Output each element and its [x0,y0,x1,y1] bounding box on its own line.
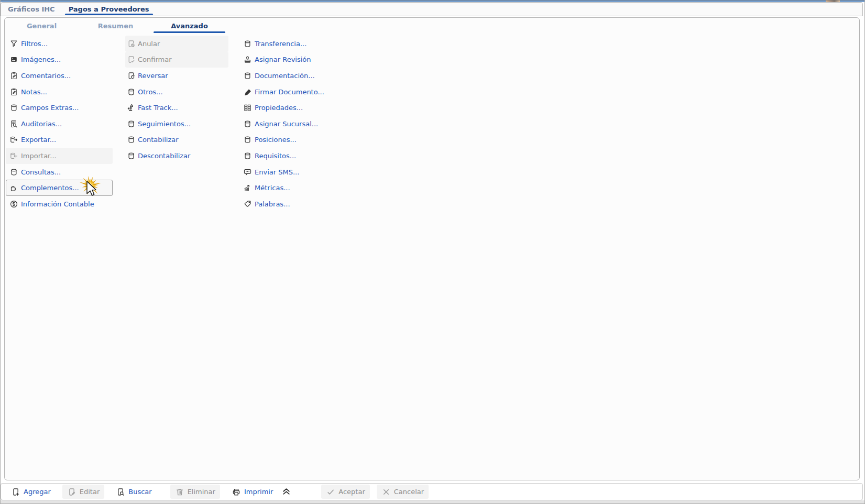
database-export-icon [9,135,18,144]
cancelar-button[interactable]: Cancelar [377,485,429,499]
menu-item-label: Auditorias... [21,120,62,128]
menu-item-notas[interactable]: Notas... [6,84,113,100]
editar-button[interactable]: Editar [62,485,105,499]
menu-item-asignar-revision[interactable]: Asignar Revisión [242,52,365,68]
inner-tab-avanzado[interactable]: Avanzado [152,19,226,33]
menu-item-otros[interactable]: Otros... [125,84,228,100]
chart-up-icon [243,183,252,192]
button-label: Imprimir [244,488,273,496]
eliminar-button[interactable]: Eliminar [170,485,220,499]
imprimir-button[interactable]: Imprimir [227,485,278,499]
menu-column-2: AnularConfirmarReversarOtros...Fast Trac… [125,36,242,212]
menu-item-contabilizar[interactable]: Contabilizar [125,132,228,148]
menu-item-transferencia[interactable]: Transferencia... [242,36,365,52]
clipboard-edit-icon [9,71,18,80]
wizard-icon [127,103,136,112]
menu-item-confirmar[interactable]: Confirmar [125,52,228,68]
stamp-icon [243,55,252,64]
bottom-toolbar: AgregarEditarBuscarEliminarImprimirAcept… [1,483,863,500]
inner-tab-bar: GeneralResumenAvanzado [5,18,859,33]
menu-item-label: Confirmar [138,56,172,63]
tab-graficos-ihc[interactable]: Gráficos IHC [1,3,62,16]
menu-item-label: Métricas... [255,184,290,192]
menu-item-label: Anular [138,40,160,48]
menu-item-firmar-documento[interactable]: Firmar Documento... [242,84,365,100]
menu-item-asignar-sucursal[interactable]: Asignar Sucursal... [242,116,365,132]
tab-pagos-a-proveedores[interactable]: Pagos a Proveedores [62,3,156,16]
menu-item-reversar[interactable]: Reversar [125,68,228,84]
database-import-icon [9,151,18,160]
menu-item-label: Campos Extras... [21,104,79,112]
menu-item-documentacion[interactable]: Documentación... [242,68,365,84]
menu-item-auditorias[interactable]: Auditorias... [6,116,113,132]
check-icon [326,487,335,497]
menu-item-importar[interactable]: Importar... [6,148,113,164]
active-tab-underline [65,14,153,15]
menu-item-label: Imágenes... [21,56,61,63]
database-icon [243,119,252,128]
bottom-edge-strip [0,500,865,504]
menu-item-label: Firmar Documento... [255,88,324,96]
aceptar-button[interactable]: Aceptar [321,485,369,499]
doc-edit-icon [67,487,76,497]
properties-grid-icon [243,103,252,112]
menu-item-metricas[interactable]: Métricas... [242,180,365,196]
doc-add-icon [11,487,20,497]
menu-item-label: Descontabilizar [138,152,190,160]
database-icon [9,168,18,177]
database-icon [9,103,18,112]
tab-label: Gráficos IHC [8,5,55,13]
button-label: Buscar [128,488,151,496]
menu-item-label: Comentarios... [21,72,71,80]
menu-column-1: Filtros...Imágenes...Comentarios...Notas… [6,36,125,212]
menu-item-requisitos[interactable]: Requisitos... [242,148,365,164]
main-panel: GeneralResumenAvanzado Filtros...Imágene… [4,17,860,480]
menu-item-label: Notas... [21,88,47,96]
menu-area: Filtros...Imágenes...Comentarios...Notas… [5,33,859,212]
x-icon [381,487,391,497]
menu-item-informacion-contable[interactable]: Información Contable [6,196,113,212]
menu-item-palabras[interactable]: Palabras... [242,196,365,212]
menu-item-label: Importar... [21,152,57,160]
menu-item-label: Otros... [138,88,163,96]
menu-item-filtros[interactable]: Filtros... [6,36,113,52]
menu-item-label: Documentación... [255,72,315,80]
menu-item-posiciones[interactable]: Posiciones... [242,132,365,148]
menu-item-complementos[interactable]: Complementos... [6,180,113,196]
menu-item-descontabilizar[interactable]: Descontabilizar [125,148,228,164]
tab-label: Resumen [98,22,133,30]
menu-item-label: Información Contable [21,200,94,208]
menu-item-propiedades[interactable]: Propiedades... [242,100,365,116]
menu-item-campos-extras[interactable]: Campos Extras... [6,100,113,116]
button-label: Editar [80,488,100,496]
top-accent-bar [0,0,865,2]
doc-refresh-icon [127,71,136,80]
menu-item-consultas[interactable]: Consultas... [6,164,113,180]
menu-item-comentarios[interactable]: Comentarios... [6,68,113,84]
clipboard-edit-icon [9,87,18,96]
buscar-button[interactable]: Buscar [111,485,156,499]
database-icon [243,135,252,144]
menu-column-3: Transferencia...Asignar RevisiónDocument… [242,36,367,212]
menu-item-label: Exportar... [21,136,56,144]
collapse-toolbar-button[interactable] [281,486,292,497]
database-icon [243,71,252,80]
menu-item-imagenes[interactable]: Imágenes... [6,52,113,68]
menu-item-exportar[interactable]: Exportar... [6,132,113,148]
menu-item-label: Complementos... [21,184,79,192]
database-icon [127,151,136,160]
menu-item-label: Palabras... [255,200,290,208]
menu-item-label: Asignar Revisión [255,56,311,63]
inner-tab-general[interactable]: General [5,19,79,33]
chat-dots-icon [243,168,252,177]
tab-label: General [27,22,57,30]
image-icon [9,55,18,64]
agregar-button[interactable]: Agregar [6,485,56,499]
doc-cancel-icon [127,39,136,48]
menu-item-label: Consultas... [21,168,61,176]
inner-tab-resumen[interactable]: Resumen [79,19,152,33]
menu-item-seguimientos[interactable]: Seguimientos... [125,116,228,132]
menu-item-fast-track[interactable]: Fast Track... [125,100,228,116]
menu-item-anular[interactable]: Anular [125,36,228,52]
menu-item-enviar-sms[interactable]: Enviar SMS... [242,164,365,180]
